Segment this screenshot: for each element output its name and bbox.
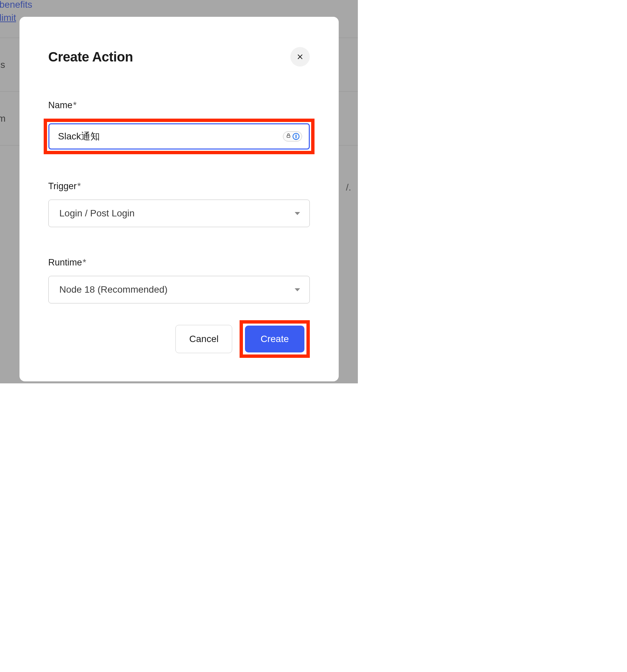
- close-button[interactable]: [290, 47, 310, 67]
- onepassword-icon: [292, 133, 300, 140]
- modal-footer: Cancel Create: [48, 320, 310, 358]
- modal-title: Create Action: [48, 49, 133, 65]
- cancel-button[interactable]: Cancel: [175, 325, 232, 353]
- trigger-select[interactable]: Login / Post Login: [48, 199, 310, 227]
- create-highlight-box: Create: [240, 320, 310, 358]
- runtime-label: Runtime*: [48, 257, 310, 268]
- password-manager-badge[interactable]: [283, 131, 302, 141]
- name-input-container[interactable]: [48, 123, 310, 149]
- svg-rect-4: [295, 135, 296, 139]
- runtime-select-value: Node 18 (Recommended): [59, 284, 295, 295]
- trigger-label: Trigger*: [48, 181, 310, 192]
- chevron-down-icon: [295, 212, 300, 215]
- lock-icon: [286, 133, 291, 140]
- create-action-modal: Create Action Name*: [20, 17, 339, 381]
- runtime-select[interactable]: Node 18 (Recommended): [48, 276, 310, 304]
- close-icon: [297, 53, 304, 60]
- create-button[interactable]: Create: [245, 326, 304, 353]
- trigger-select-value: Login / Post Login: [59, 208, 295, 219]
- name-input[interactable]: [58, 131, 283, 142]
- name-highlight-box: [44, 119, 314, 154]
- name-label: Name*: [48, 100, 310, 111]
- modal-overlay[interactable]: Create Action Name*: [0, 0, 358, 383]
- chevron-down-icon: [295, 288, 300, 291]
- svg-rect-2: [287, 136, 290, 138]
